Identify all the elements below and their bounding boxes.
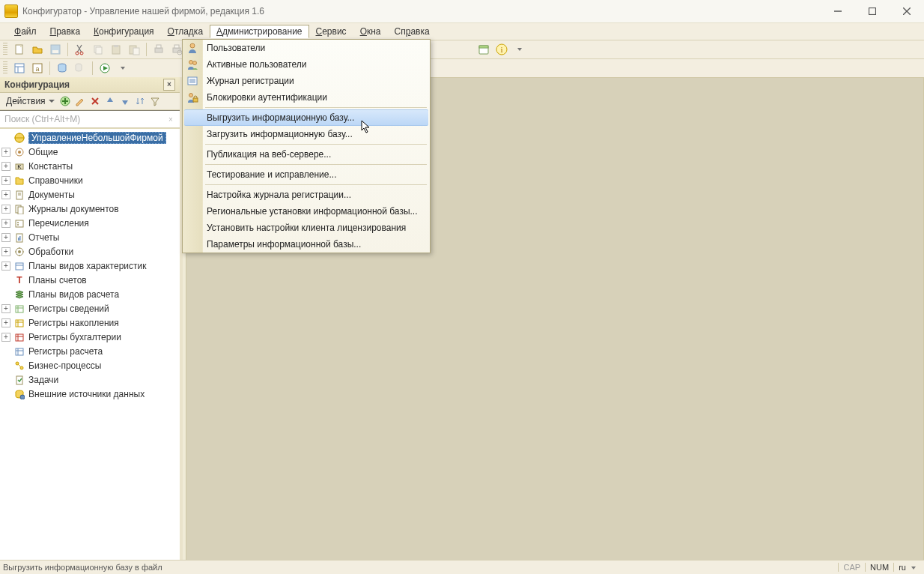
tree-node[interactable]: + Регистры бухгалтерии <box>0 330 180 344</box>
menu-service-label: Сервис <box>316 26 347 37</box>
menu-config-label: Конфигурация <box>94 26 154 37</box>
menu-auth-locks[interactable]: Блокировки аутентификации <box>183 89 430 106</box>
menu-admin[interactable]: Администрирование <box>210 25 308 38</box>
panel-actions-bar: Действия <box>0 93 180 110</box>
documents-icon <box>13 189 25 201</box>
move-up-button[interactable] <box>103 94 117 108</box>
menu-active-users-label: Активные пользователи <box>207 59 306 70</box>
tree-node[interactable]: + Отчеты <box>0 230 180 244</box>
svg-point-34 <box>193 61 197 65</box>
menu-debug[interactable]: Отладка <box>161 25 210 38</box>
tree-node-label: Планы видов расчета <box>28 289 119 300</box>
tree-root-node[interactable]: + УправлениеНебольшойФирмой <box>0 130 180 145</box>
help-dropdown-icon[interactable] <box>511 42 528 57</box>
tree-node[interactable]: + Обработки <box>0 244 180 259</box>
toolbar-secondary: a <box>0 59 924 78</box>
tree-node[interactable]: + Регистры сведений <box>0 301 180 315</box>
tree-node[interactable]: + Журналы документов <box>0 202 180 216</box>
menu-testing[interactable]: Тестирование и исправление... <box>183 166 430 183</box>
menu-service[interactable]: Сервис <box>309 25 353 38</box>
add-button[interactable] <box>58 94 72 108</box>
help-button[interactable]: i <box>493 42 510 57</box>
paste-button[interactable] <box>108 42 124 57</box>
calendar-button[interactable] <box>475 42 492 57</box>
tree-node[interactable]: + Бизнес-процессы <box>0 358 180 372</box>
config-tree-button[interactable] <box>11 61 28 76</box>
tree-node[interactable]: + Перечисления <box>0 216 180 230</box>
run-dropdown-icon[interactable] <box>115 61 131 76</box>
maximize-button[interactable] <box>855 0 890 22</box>
svg-point-39 <box>189 94 193 97</box>
tree-node[interactable]: + Справочники <box>0 173 180 187</box>
menu-users[interactable]: Пользователи <box>183 40 430 56</box>
close-button[interactable] <box>890 0 924 22</box>
status-lang-label: ru <box>899 563 906 572</box>
minimize-button[interactable] <box>821 0 855 22</box>
globe-icon <box>13 132 25 144</box>
print-button[interactable] <box>151 42 167 57</box>
delete-button-x[interactable] <box>88 94 102 108</box>
tree-node[interactable]: + Документы <box>0 187 180 202</box>
sort-button[interactable] <box>133 94 147 108</box>
business-process-icon <box>13 360 25 372</box>
config-tree[interactable]: + УправлениеНебольшойФирмой + Общие + K … <box>0 128 180 561</box>
panel-close-button[interactable]: × <box>163 79 175 91</box>
move-down-button[interactable] <box>118 94 132 108</box>
menu-config[interactable]: Конфигурация <box>87 25 161 38</box>
menu-active-users[interactable]: Активные пользователи <box>183 56 430 73</box>
tree-node-label: Задачи <box>28 375 58 385</box>
search-clear-icon[interactable]: × <box>166 115 175 124</box>
menu-publish-web[interactable]: Публикация на веб-сервере... <box>183 146 430 163</box>
tree-node[interactable]: + T Планы счетов <box>0 273 180 287</box>
menu-event-log-label: Журнал регистрации <box>207 76 294 86</box>
tree-node[interactable]: + Планы видов расчета <box>0 287 180 301</box>
app-icon <box>4 4 18 18</box>
menu-load-ib[interactable]: Загрузить информационную базу... <box>183 126 430 142</box>
syntax-button[interactable]: a <box>29 61 46 76</box>
actions-menu-button[interactable]: Действия <box>3 96 58 106</box>
paste-board-button[interactable] <box>126 42 142 57</box>
svg-rect-15 <box>155 48 162 52</box>
tree-node[interactable]: + Внешние источники данных <box>0 387 180 401</box>
save-button[interactable] <box>47 42 64 57</box>
menu-dump-ib[interactable]: Выгрузить информационную базу... <box>184 109 428 126</box>
tree-node[interactable]: + Регистры расчета <box>0 344 180 358</box>
new-button[interactable] <box>11 42 28 57</box>
menu-regional-label: Региональные установки информационной ба… <box>207 206 418 217</box>
char-types-icon <box>13 260 25 272</box>
menu-help[interactable]: Справка <box>388 25 437 38</box>
db-compare-button[interactable] <box>72 61 88 76</box>
tree-node[interactable]: + Регистры накопления <box>0 315 180 330</box>
menu-file[interactable]: Файл <box>7 25 43 38</box>
cut-button[interactable] <box>72 42 88 57</box>
tree-node-label: Обработки <box>28 247 73 257</box>
open-button[interactable] <box>29 42 46 57</box>
menu-eventlog-settings[interactable]: Настройка журнала регистрации... <box>183 187 430 203</box>
menu-windows[interactable]: Окна <box>353 25 388 38</box>
tree-node[interactable]: + K Константы <box>0 159 180 173</box>
menu-event-log[interactable]: Журнал регистрации <box>183 73 430 89</box>
tree-node[interactable]: + Задачи <box>0 372 180 387</box>
svg-point-32 <box>190 43 195 48</box>
menu-file-label: Файл <box>14 26 37 37</box>
edit-button[interactable] <box>73 94 87 108</box>
actions-menu-label: Действия <box>6 96 46 106</box>
menu-regional[interactable]: Региональные установки информационной ба… <box>183 203 430 220</box>
status-lang[interactable]: ru <box>893 563 921 572</box>
menu-edit[interactable]: Правка <box>43 25 88 38</box>
tree-node[interactable]: + Общие <box>0 145 180 159</box>
search-field[interactable]: Поиск (Ctrl+Alt+M) × <box>0 110 180 128</box>
info-registers-icon <box>13 303 25 315</box>
journal-icon <box>186 74 199 88</box>
db-button[interactable] <box>54 61 70 76</box>
tree-node-label: Планы счетов <box>28 275 87 286</box>
menu-ib-params[interactable]: Параметры информационной базы... <box>183 236 430 253</box>
window-title: Конфигуратор - Управление нашей фирмой, … <box>22 6 264 16</box>
menu-license-settings[interactable]: Установить настройки клиента лицензирова… <box>183 220 430 236</box>
reports-icon <box>13 232 25 244</box>
tree-node[interactable]: + Планы видов характеристик <box>0 259 180 273</box>
external-data-icon <box>13 388 25 400</box>
copy-button[interactable] <box>90 42 106 57</box>
filter-button[interactable] <box>148 94 162 108</box>
run-button[interactable] <box>97 61 113 76</box>
